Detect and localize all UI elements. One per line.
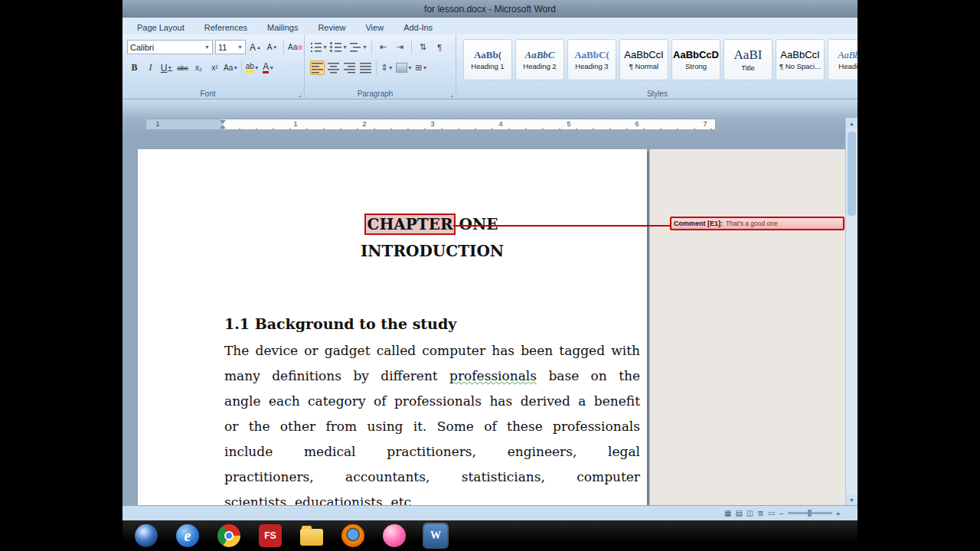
ribbon-tab[interactable]: Review bbox=[308, 20, 355, 34]
bold-button[interactable]: B bbox=[127, 60, 142, 75]
style-chip[interactable]: AaBbCcI ¶ Normal bbox=[619, 39, 668, 80]
outdent-icon: ⇤ bbox=[380, 42, 387, 52]
taskbar-icon[interactable]: e bbox=[176, 524, 199, 547]
style-preview: AaBbCcD bbox=[673, 50, 719, 60]
title-bar[interactable]: for lesson.docx - Microsoft Word bbox=[122, 0, 858, 18]
taskbar-icon[interactable] bbox=[300, 529, 323, 546]
numbered-list-button[interactable]: ▼ bbox=[330, 40, 348, 54]
body-line[interactable]: The device or gadget called computer has… bbox=[224, 338, 640, 364]
line-spacing-button[interactable]: ⇕▼ bbox=[380, 60, 394, 75]
paragraph-group: ▼ ▼ ▼ ⇤ ⇥ ⇅ ¶ ⇕▼ ▼ ⊞▼ Paragraph bbox=[305, 34, 456, 99]
shrink-font-button[interactable]: A▼ bbox=[265, 40, 279, 54]
decrease-indent-button[interactable]: ⇤ bbox=[376, 40, 390, 54]
ribbon-tab[interactable]: Mailings bbox=[257, 20, 308, 34]
ruler-number: 4 bbox=[498, 120, 502, 128]
italic-button[interactable]: I bbox=[143, 60, 158, 75]
ruler-number: 1 bbox=[155, 120, 159, 128]
ribbon-tab[interactable]: References bbox=[194, 20, 257, 34]
ribbon-tab[interactable]: Page Layout bbox=[127, 20, 194, 34]
style-chip[interactable]: AaBbC( Heading 3 bbox=[567, 39, 616, 80]
strikethrough-button[interactable]: abc bbox=[175, 60, 190, 75]
shading-button[interactable]: ▼ bbox=[396, 60, 413, 75]
style-chip[interactable]: AaBbCcI ¶ No Spaci... bbox=[776, 39, 825, 80]
style-chip[interactable]: AaBb( Heading 1 bbox=[463, 39, 512, 80]
body-line[interactable]: angle each category of professionals has… bbox=[224, 389, 640, 414]
change-case-button[interactable]: Aa▼ bbox=[224, 60, 238, 75]
style-name: Strong bbox=[685, 62, 707, 70]
clear-formatting-button[interactable]: Aa bbox=[288, 40, 302, 54]
sort-button[interactable]: ⇅ bbox=[416, 40, 430, 54]
font-dialog-launcher[interactable]: ⌟ bbox=[299, 90, 302, 98]
style-chip[interactable]: AaBbCcD Strong bbox=[671, 39, 720, 80]
body-line[interactable]: include medical practitioners, engineers… bbox=[224, 439, 640, 465]
scrollbar-thumb[interactable] bbox=[848, 132, 856, 216]
body-paragraph[interactable]: The device or gadget called computer has… bbox=[224, 338, 640, 505]
ruler-number: 7 bbox=[703, 120, 707, 128]
taskbar-icon[interactable] bbox=[217, 524, 240, 547]
body-line[interactable]: many definitions by different profession… bbox=[224, 364, 640, 389]
highlight-color-button[interactable]: ab▼ bbox=[245, 60, 260, 75]
ribbon-tab[interactable]: View bbox=[355, 20, 394, 34]
taskbar-icon[interactable]: W bbox=[424, 524, 447, 547]
bullet-list-button[interactable]: ▼ bbox=[310, 40, 328, 54]
subscript-button[interactable]: x₂ bbox=[191, 60, 206, 75]
zoom-in-icon[interactable]: + bbox=[836, 509, 841, 518]
taskbar-icon[interactable] bbox=[341, 524, 364, 547]
style-preview: AaBbCcI bbox=[624, 50, 663, 60]
zoom-slider-thumb[interactable] bbox=[808, 510, 812, 517]
increase-indent-button[interactable]: ⇥ bbox=[393, 40, 407, 54]
full-screen-view-icon[interactable]: ▤ bbox=[735, 510, 742, 517]
vertical-scrollbar[interactable]: ▲ ▼ bbox=[845, 118, 858, 505]
grow-font-button[interactable]: A▲ bbox=[248, 40, 263, 54]
superscript-button[interactable]: x² bbox=[207, 60, 222, 75]
draft-view-icon[interactable]: ▭ bbox=[768, 510, 775, 517]
horizontal-ruler[interactable]: 11234567 bbox=[145, 119, 716, 130]
body-line[interactable]: scientists, educationists, etc. bbox=[224, 490, 640, 505]
taskbar-icon[interactable] bbox=[135, 524, 158, 547]
paragraph-group-label: Paragraph bbox=[305, 90, 445, 98]
commented-text-selection[interactable]: CHAPTER bbox=[366, 215, 453, 233]
style-name: ¶ Normal bbox=[629, 62, 658, 70]
borders-button[interactable]: ⊞▼ bbox=[414, 60, 429, 75]
font-color-button[interactable]: A▼ bbox=[261, 60, 276, 75]
first-line-indent-marker[interactable] bbox=[220, 120, 226, 124]
body-line[interactable]: or the other from using it. Some of thes… bbox=[224, 414, 640, 439]
underline-button[interactable]: U▼ bbox=[159, 60, 174, 75]
zoom-slider[interactable] bbox=[788, 512, 832, 514]
style-name: Heading 3 bbox=[575, 62, 608, 70]
borders-icon: ⊞ bbox=[415, 63, 422, 73]
chapter-heading[interactable]: CHAPTER ONE bbox=[224, 215, 640, 233]
outline-view-icon[interactable]: ≣ bbox=[757, 510, 763, 517]
align-left-button[interactable] bbox=[310, 60, 325, 75]
web-layout-view-icon[interactable]: ◫ bbox=[746, 510, 753, 517]
indent-icon: ⇥ bbox=[397, 42, 403, 52]
body-line[interactable]: practitioners, accountants, statistician… bbox=[224, 465, 640, 490]
multilevel-list-button[interactable]: ▼ bbox=[350, 40, 368, 54]
comment-connector-line bbox=[453, 225, 672, 227]
style-name: ¶ No Spaci... bbox=[779, 62, 821, 70]
comment-balloon[interactable]: Comment [E1]: That's a good one bbox=[670, 217, 844, 230]
print-layout-view-icon[interactable]: ▦ bbox=[724, 510, 731, 517]
zoom-out-icon[interactable]: − bbox=[779, 509, 783, 518]
taskbar-icon[interactable] bbox=[383, 524, 406, 547]
taskbar-icon[interactable]: FS bbox=[259, 524, 282, 547]
scroll-down-arrow-icon[interactable]: ▼ bbox=[846, 494, 858, 505]
style-chip[interactable]: AaBbC Heading 2 bbox=[515, 39, 564, 80]
intro-heading[interactable]: INTRODUCTION bbox=[224, 242, 640, 260]
align-right-button[interactable] bbox=[342, 60, 357, 75]
font-size-combobox[interactable]: 11 ▼ bbox=[215, 40, 246, 54]
scroll-up-arrow-icon[interactable]: ▲ bbox=[846, 118, 858, 129]
chevron-down-icon: ▼ bbox=[233, 65, 238, 70]
align-center-button[interactable] bbox=[326, 60, 341, 75]
paragraph-dialog-launcher[interactable]: ⌟ bbox=[450, 90, 453, 98]
style-chip[interactable]: AaBI Title bbox=[724, 39, 773, 80]
font-name-combobox[interactable]: Calibri ▼ bbox=[127, 40, 213, 54]
separator bbox=[371, 41, 372, 54]
ribbon-tab[interactable]: Add-Ins bbox=[394, 20, 443, 34]
section-heading[interactable]: 1.1 Background to the study bbox=[224, 315, 640, 332]
style-chip[interactable]: AaBbC Heading bbox=[828, 39, 858, 80]
document-page[interactable]: CHAPTER ONE INTRODUCTION 1.1 Background … bbox=[138, 149, 647, 505]
justify-button[interactable] bbox=[358, 60, 373, 75]
show-paragraph-marks-button[interactable]: ¶ bbox=[433, 40, 447, 54]
hanging-indent-marker[interactable] bbox=[220, 125, 226, 129]
